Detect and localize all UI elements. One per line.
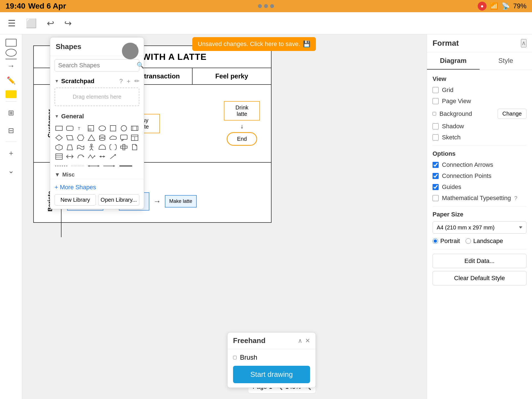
new-library-button[interactable]: New Library <box>55 194 96 206</box>
line-arrow-right[interactable] <box>103 164 117 168</box>
paper-size-select[interactable]: A4 (210 mm x 297 mm) <box>433 221 526 234</box>
line-dashed[interactable] <box>55 164 68 168</box>
shape-zigzag-arrow[interactable] <box>87 153 96 160</box>
view-label: View <box>433 75 526 83</box>
end-box[interactable]: End <box>227 132 257 146</box>
shape-parallelogram[interactable] <box>65 134 74 142</box>
line-arrow-both[interactable] <box>87 164 101 168</box>
misc-header[interactable]: ▼ Misc <box>55 172 139 178</box>
connection-arrows-checkbox[interactable] <box>433 162 439 168</box>
brush-checkbox[interactable] <box>233 356 237 359</box>
scratchpad-edit[interactable]: ✏ <box>134 77 139 85</box>
freehand-collapse[interactable]: ∧ <box>298 337 302 344</box>
footer-buttons: New Library Open Library... <box>55 194 139 206</box>
format-title: Format <box>433 39 459 48</box>
shape-curved-arrow[interactable] <box>76 153 85 160</box>
undo-button[interactable]: ↩ <box>45 16 57 31</box>
landscape-option[interactable]: Landscape <box>466 237 503 245</box>
more-shapes-button[interactable]: + More Shapes <box>55 183 96 192</box>
freehand-close[interactable]: ✕ <box>305 337 310 344</box>
sketch-checkbox[interactable] <box>433 134 439 140</box>
edit-data-button[interactable]: Edit Data... <box>433 254 526 268</box>
shape-cross[interactable] <box>119 143 128 151</box>
pages-button[interactable]: ⬜ <box>24 16 39 31</box>
shape-wave[interactable] <box>76 143 85 151</box>
shape-diamond[interactable] <box>55 134 63 142</box>
tab-diagram[interactable]: Diagram <box>427 52 480 70</box>
conn-arrows-row: Connection Arrows <box>433 161 526 168</box>
unsaved-banner[interactable]: Unsaved changes. Click here to save. 💾 <box>192 37 316 51</box>
shape-trapezoid[interactable] <box>65 143 74 151</box>
shape-comment[interactable] <box>119 134 128 142</box>
shape-diagonal-arrow[interactable] <box>109 153 117 160</box>
tab-style[interactable]: Style <box>480 52 532 70</box>
math-checkbox[interactable] <box>433 195 439 201</box>
line-thick[interactable] <box>119 164 133 168</box>
portrait-label: Portrait <box>440 237 460 245</box>
shape-text[interactable]: T <box>76 124 85 132</box>
landscape-radio[interactable] <box>466 238 471 244</box>
format-panel-collapse[interactable]: ∧ <box>521 39 526 47</box>
shape-stickman[interactable] <box>87 143 96 151</box>
sidebar-rectangle-shape[interactable] <box>6 39 17 47</box>
svg-rect-0 <box>56 126 62 131</box>
portrait-radio[interactable] <box>433 238 438 244</box>
sidebar-arrow-shape[interactable]: → <box>7 62 15 70</box>
change-background-button[interactable]: Change <box>498 109 526 119</box>
menu-button[interactable]: ☰ <box>6 16 18 31</box>
shape-table[interactable] <box>130 134 139 142</box>
sidebar-edit-button[interactable]: ✏️ <box>3 73 19 88</box>
shape-ellipse[interactable] <box>98 124 107 132</box>
connection-points-checkbox[interactable] <box>433 173 439 179</box>
shape-bracket[interactable] <box>109 143 117 151</box>
shape-rect[interactable] <box>55 124 63 132</box>
shape-hexagon[interactable] <box>76 134 85 142</box>
shape-triangle[interactable] <box>87 134 96 142</box>
page-view-checkbox[interactable] <box>433 98 439 104</box>
svg-rect-9 <box>131 126 138 131</box>
dot2 <box>264 4 268 8</box>
shape-list[interactable] <box>55 153 63 160</box>
shape-nav-arrows[interactable] <box>65 153 74 160</box>
shadow-checkbox[interactable] <box>433 123 439 129</box>
clear-style-button[interactable]: Clear Default Style <box>433 271 526 285</box>
make-latte-box[interactable]: Make latte <box>165 195 197 208</box>
svg-text:T: T <box>78 126 80 131</box>
open-library-button[interactable]: Open Library... <box>98 194 139 206</box>
scratchpad-add[interactable]: ＋ <box>126 77 132 85</box>
search-input[interactable] <box>58 62 134 69</box>
page-view-label: Page View <box>442 98 471 105</box>
scratchpad-help[interactable]: ? <box>119 77 123 85</box>
shape-note[interactable] <box>87 124 96 132</box>
shape-cube[interactable] <box>55 143 63 151</box>
sidebar-table-button[interactable]: ⊟ <box>3 123 19 138</box>
redo-button[interactable]: ↪ <box>62 16 74 31</box>
guides-checkbox[interactable] <box>433 184 439 190</box>
canvas-area[interactable]: Unsaved changes. Click here to save. 💾 P… <box>22 34 427 399</box>
shape-cylinder[interactable] <box>98 134 107 142</box>
sidebar-ellipse-shape[interactable] <box>6 49 17 57</box>
sidebar-more-button[interactable]: ⌄ <box>3 163 19 178</box>
general-header[interactable]: ▼ General <box>50 111 144 122</box>
sidebar-grid-button[interactable]: ⊞ <box>3 105 19 121</box>
grid-checkbox[interactable] <box>433 87 439 93</box>
shape-square[interactable] <box>109 124 117 132</box>
shape-cloud[interactable] <box>109 134 117 142</box>
shape-circle[interactable] <box>119 124 128 132</box>
background-checkbox[interactable] <box>433 112 436 116</box>
line-dotted[interactable] <box>71 164 85 168</box>
shape-file[interactable] <box>130 143 139 151</box>
sidebar-line-shape[interactable] <box>6 59 17 59</box>
sidebar-note-shape[interactable] <box>6 90 17 98</box>
shape-process[interactable] <box>130 124 139 132</box>
drink-latte-box[interactable]: Drink latte <box>224 101 260 121</box>
brush-row: Brush <box>233 354 310 361</box>
start-drawing-button[interactable]: Start drawing <box>233 366 310 383</box>
shape-rounded-rect[interactable] <box>65 124 74 132</box>
svg-marker-25 <box>56 144 62 150</box>
portrait-option[interactable]: Portrait <box>433 237 460 245</box>
dot3 <box>270 4 274 8</box>
shape-half-circle[interactable] <box>98 143 107 151</box>
sidebar-add-button[interactable]: ＋ <box>3 145 19 161</box>
shape-double-arrow[interactable] <box>98 153 107 160</box>
